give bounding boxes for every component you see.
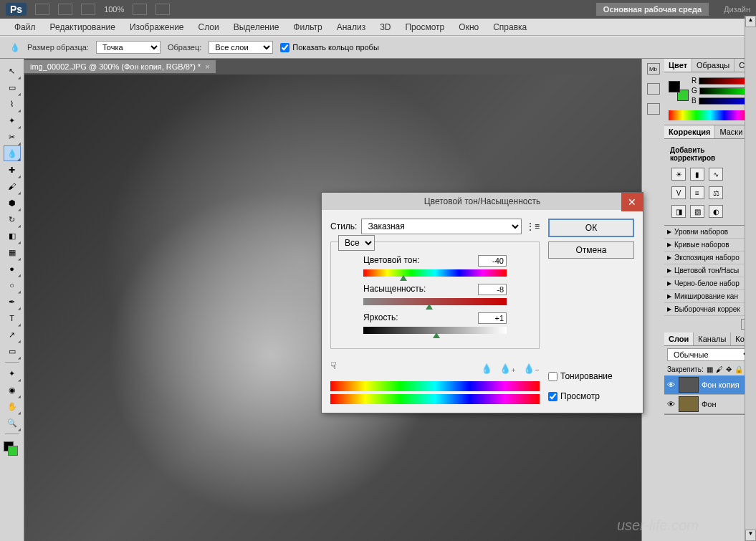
wand-tool[interactable]: ✦ (4, 112, 21, 128)
dock-icon[interactable] (647, 83, 660, 95)
tab-layers[interactable]: Слои (664, 332, 694, 345)
sample-layers-select[interactable]: Все слои (209, 41, 273, 54)
menu-window[interactable]: Окно (451, 20, 486, 34)
menu-image[interactable]: Изображение (123, 20, 191, 34)
preset-item[interactable]: ▶Экспозиция наборо (664, 252, 756, 264)
close-tab-icon[interactable]: × (205, 62, 209, 71)
tab-correction[interactable]: Коррекция (664, 125, 715, 138)
heal-tool[interactable]: ✚ (4, 162, 21, 178)
bridge-icon[interactable] (35, 4, 49, 15)
workspace-button[interactable]: Основная рабочая среда (595, 2, 709, 16)
curves-icon[interactable]: ∿ (709, 168, 723, 181)
invert-icon[interactable]: ◨ (671, 205, 686, 218)
hue-input[interactable] (478, 255, 507, 267)
menu-file[interactable]: Файл (7, 20, 43, 34)
preview-check[interactable]: Просмотр (548, 391, 634, 401)
preset-menu-icon[interactable]: ⋮≡ (526, 221, 540, 231)
dodge-tool[interactable]: ○ (4, 277, 21, 293)
dock-icon[interactable] (647, 103, 660, 115)
move-tool[interactable]: ↖ (4, 63, 21, 79)
preset-item[interactable]: ▶Черно-белое набор (664, 277, 756, 290)
visibility-icon[interactable]: 👁 (666, 380, 676, 389)
crop-tool[interactable]: ✂ (4, 129, 21, 145)
arrange-icon[interactable] (133, 4, 147, 15)
background-color[interactable] (8, 446, 18, 456)
preset-item[interactable]: ▶Микширование кан (664, 290, 756, 303)
tab-color[interactable]: Цвет (664, 59, 692, 72)
lock-pixels-icon[interactable]: ▦ (707, 365, 713, 373)
close-icon[interactable]: ✕ (621, 193, 643, 211)
layer-thumbnail[interactable] (679, 377, 699, 393)
lightness-slider[interactable] (363, 327, 507, 334)
blur-tool[interactable]: ● (4, 261, 21, 277)
stamp-tool[interactable]: ⬢ (4, 195, 21, 211)
type-tool[interactable]: T (4, 310, 21, 326)
layer-row[interactable]: 👁 Фон (664, 395, 756, 414)
balance-icon[interactable]: ⚖ (709, 186, 723, 199)
tool-preset-icon[interactable]: 💧 (10, 43, 20, 52)
huesat-icon[interactable]: ≡ (690, 186, 704, 199)
r-slider[interactable] (699, 77, 752, 85)
menu-analysis[interactable]: Анализ (330, 20, 373, 34)
menu-edit[interactable]: Редактирование (43, 20, 123, 34)
levels-icon[interactable]: ▮ (690, 168, 704, 181)
b-slider[interactable] (699, 97, 752, 105)
lightness-input[interactable] (478, 312, 507, 324)
preset-item[interactable]: ▶Цветовой тон/Насы (664, 264, 756, 277)
menu-view[interactable]: Просмотр (398, 20, 451, 34)
scroll-up-icon[interactable]: ▲ (745, 16, 756, 27)
layer-row[interactable]: 👁 Фон копия (664, 375, 756, 395)
shape-tool[interactable]: ▭ (4, 343, 21, 359)
scroll-down-icon[interactable]: ▼ (745, 530, 756, 541)
color-swatches[interactable] (669, 81, 689, 101)
lasso-tool[interactable]: ⌇ (4, 96, 21, 112)
brush-tool[interactable]: 🖌 (4, 178, 21, 194)
saturation-slider[interactable] (363, 298, 507, 305)
zoom-level[interactable]: 100% (104, 5, 124, 14)
hue-strip[interactable] (669, 110, 752, 120)
mb-icon[interactable] (58, 4, 72, 15)
3d-camera-tool[interactable]: ◉ (4, 382, 21, 398)
dock-icon[interactable]: Mb (647, 63, 660, 75)
poster-icon[interactable]: ▧ (690, 205, 704, 218)
document-tab[interactable]: img_00002.JPG @ 300% (Фон копия, RGB/8*)… (24, 60, 216, 73)
history-brush-tool[interactable]: ↻ (4, 211, 21, 227)
vibrance-icon[interactable]: V (671, 186, 686, 199)
dialog-titlebar[interactable]: Цветовой тон/Насыщенность ✕ (322, 193, 643, 210)
eyedropper-plus-icon[interactable]: 💧₊ (499, 363, 516, 374)
hue-slider[interactable] (363, 269, 507, 277)
ok-button[interactable]: ОК (548, 219, 634, 237)
preset-item[interactable]: ▶Кривые наборов (664, 239, 756, 252)
menu-help[interactable]: Справка (486, 20, 534, 34)
preset-item[interactable]: ▶Уровни наборов (664, 226, 756, 239)
menu-layer[interactable]: Слои (191, 20, 226, 34)
menu-3d[interactable]: 3D (373, 20, 398, 34)
menu-filter[interactable]: Фильтр (286, 20, 329, 34)
3d-tool[interactable]: ✦ (4, 365, 21, 381)
vertical-scrollbar[interactable]: ▲ ▼ (745, 16, 756, 541)
visibility-icon[interactable]: 👁 (666, 400, 676, 408)
cancel-button[interactable]: Отмена (548, 241, 634, 259)
eyedropper-tool[interactable]: 💧 (4, 145, 21, 161)
screenmode-icon[interactable] (155, 4, 170, 15)
eyedropper-minus-icon[interactable]: 💧₋ (523, 363, 540, 374)
gradient-tool[interactable]: ▦ (4, 244, 21, 260)
tab-swatches[interactable]: Образцы (692, 59, 735, 72)
view-icon[interactable] (81, 4, 95, 15)
show-ring-check[interactable]: Показать кольцо пробы (280, 43, 379, 52)
lock-move-icon[interactable]: ✥ (726, 365, 732, 373)
path-tool[interactable]: ↗ (4, 327, 21, 343)
brightness-icon[interactable]: ☀ (671, 168, 686, 181)
workspace-design-label[interactable]: Дизайн (724, 5, 750, 14)
lock-brush-icon[interactable]: 🖌 (716, 365, 723, 373)
eraser-tool[interactable]: ◧ (4, 228, 21, 244)
layer-thumbnail[interactable] (679, 396, 699, 412)
zoom-tool[interactable]: 🔍 (4, 415, 21, 431)
eyedropper-icon[interactable]: 💧 (481, 363, 492, 374)
scope-select[interactable]: Все (338, 235, 375, 251)
tab-masks[interactable]: Маски (715, 125, 747, 138)
menu-select[interactable]: Выделение (226, 20, 287, 34)
tab-channels[interactable]: Каналы (694, 332, 731, 345)
hand-tool[interactable]: ✋ (4, 398, 21, 414)
pen-tool[interactable]: ✒ (4, 294, 21, 310)
